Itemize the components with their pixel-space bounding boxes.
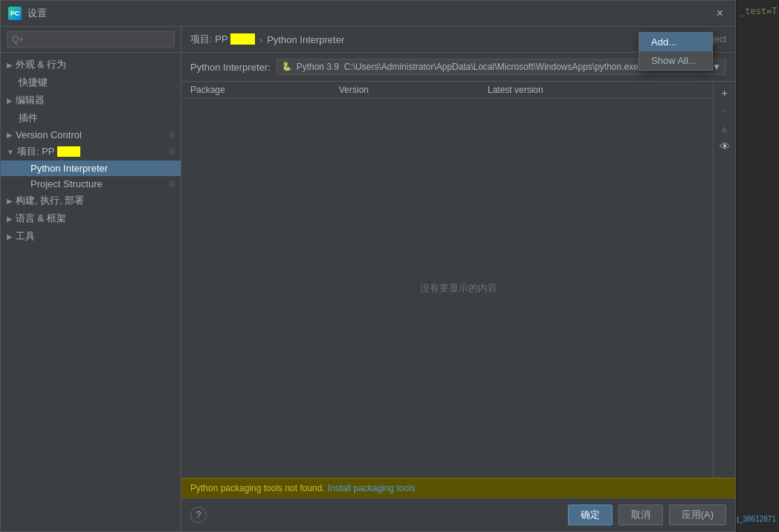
dialog-body: ▶ 外观 & 行为 快捷键 ▶ 编辑器 插件 ▶ [1,27,735,531]
sidebar-item-project-structure[interactable]: Project Structure ⎘ [1,176,181,192]
copy-icon: ⎘ [169,164,175,173]
project-highlight [57,146,80,157]
python-icon: 🐍 [282,62,292,72]
col-version-header: Version [339,85,488,95]
footer-right: 确定 取消 应用(A) [568,505,726,525]
sidebar-item-label: 插件 [19,111,38,125]
search-box [1,27,181,53]
arrow-icon: ▶ [7,97,13,105]
arrow-icon: ▶ [7,131,13,139]
sidebar-item-version-control[interactable]: ▶ Version Control ⎘ [1,127,181,143]
col-latest-header: Latest version [488,85,726,95]
arrow-icon: ▼ [7,148,14,156]
sidebar-item-label: 工具 [16,230,35,243]
dropdown-item-show-all[interactable]: Show All... [639,51,712,70]
sidebar-item-languages[interactable]: ▶ 语言 & 框架 [1,210,181,227]
install-packaging-tools-link[interactable]: Install packaging tools [328,483,416,493]
sidebar-item-label: 快捷键 [19,76,48,89]
breadcrumb-separator: › [259,34,262,45]
sidebar-item-label: Project Structure [30,178,103,189]
editor-text: _test=T [737,0,779,22]
help-button[interactable]: ? [190,507,207,523]
footer-left: ? [190,507,207,523]
close-button[interactable]: × [712,5,728,22]
copy-icon: ⎘ [169,147,175,156]
warning-bar: Python packaging tools not found. Instal… [181,478,735,498]
sidebar-item-tools[interactable]: ▶ 工具 [1,227,181,245]
sidebar-item-editor[interactable]: ▶ 编辑器 [1,91,181,109]
sidebar-item-project[interactable]: ▼ 项目: PP ⎘ [1,143,181,160]
packages-section: Package Version Latest version 没有要显示的内容 … [181,82,735,478]
sidebar-item-plugins[interactable]: 插件 [1,109,181,127]
arrow-icon: ▶ [7,215,13,223]
editor-url: https://blog.csdn.net/qq_38612871 [736,515,776,523]
sidebar-item-build[interactable]: ▶ 构建, 执行, 部署 [1,192,181,210]
cancel-button[interactable]: 取消 [618,505,663,525]
dialog-title: 设置 [28,7,47,20]
interpreter-value: Python 3.9 C:\Users\Administrator\AppDat… [297,62,639,72]
settings-dialog: PC 设置 × ▶ 外观 & 行为 快捷键 [0,0,736,532]
breadcrumb-current: Python Interpreter [267,34,344,45]
sidebar-item-label: 语言 & 框架 [16,212,66,225]
confirm-button[interactable]: 确定 [568,505,612,525]
sidebar-item-appearance[interactable]: ▶ 外观 & 行为 [1,56,181,74]
warning-text: Python packaging tools not found. [190,483,325,493]
up-button[interactable]: ▲ [716,120,734,137]
sidebar-tree: ▶ 外观 & 行为 快捷键 ▶ 编辑器 插件 ▶ [1,53,181,531]
background-editor: _test=T https://blog.csdn.net/qq_3861287… [736,0,779,532]
remove-package-button[interactable]: − [716,103,734,119]
dropdown-arrow-icon: ▼ [712,62,721,72]
col-package-header: Package [190,85,339,95]
arrow-icon: ▶ [7,61,13,69]
interpreter-row: Python Interpreter: 🐍 Python 3.9 C:\User… [181,53,735,82]
apply-button[interactable]: 应用(A) [669,505,726,525]
table-header: Package Version Latest version [181,82,735,99]
sidebar-item-keymap[interactable]: 快捷键 [1,74,181,91]
dropdown-item-add[interactable]: Add... [639,33,712,51]
title-bar-left: PC 设置 [8,7,47,20]
arrow-icon: ▶ [7,233,13,241]
title-bar: PC 设置 × [1,1,735,27]
add-package-button[interactable]: + [716,85,734,101]
table-body: 没有要显示的内容 [181,99,735,478]
sidebar-item-label: Python Interpreter [30,163,108,174]
breadcrumb-prefix: 项目: PP [190,33,255,46]
interpreter-select-text: 🐍 Python 3.9 C:\Users\Administrator\AppD… [282,62,639,72]
dialog-footer: ? 确定 取消 应用(A) [181,498,735,531]
sidebar-item-label: 外观 & 行为 [16,58,66,71]
sidebar-project-label: 项目: PP [17,145,80,158]
copy-icon: ⎘ [169,180,175,189]
interpreter-dropdown-menu: Add... Show All... [639,32,713,71]
right-actions: + − ▲ 👁 [713,82,735,478]
pycharm-icon: PC [8,7,22,20]
main-content: 项目: PP › Python Interpreter 🖥 For curren… [181,27,735,531]
sidebar-item-python-interpreter[interactable]: Python Interpreter ⎘ [1,160,181,176]
eye-button[interactable]: 👁 [716,138,734,155]
search-input[interactable] [7,31,175,48]
sidebar-item-label: 编辑器 [16,94,45,107]
sidebar-item-label: 构建, 执行, 部署 [16,194,84,207]
copy-icon: ⎘ [169,131,175,140]
sidebar-item-label: Version Control [16,129,82,140]
arrow-icon: ▶ [7,197,13,205]
empty-message: 没有要显示的内容 [420,282,497,295]
breadcrumb-highlight [230,33,255,45]
sidebar: ▶ 外观 & 行为 快捷键 ▶ 编辑器 插件 ▶ [1,27,181,531]
interpreter-label: Python Interpreter: [190,62,271,73]
